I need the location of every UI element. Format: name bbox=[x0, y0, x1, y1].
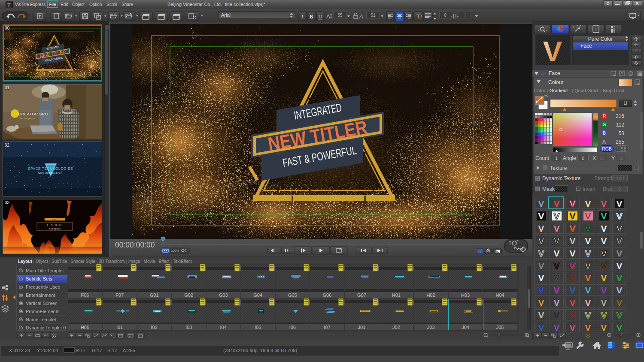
svg-text:burning style: burning style bbox=[49, 228, 61, 230]
svg-text:!: ! bbox=[420, 14, 422, 20]
svg-text:FIRE: FIRE bbox=[52, 219, 58, 221]
svg-text:A: A bbox=[359, 13, 363, 20]
svg-text:I: I bbox=[301, 13, 304, 20]
svg-text:100%: 100% bbox=[171, 249, 179, 253]
svg-text:V: V bbox=[543, 36, 562, 65]
svg-text:COMMUNICATION: COMMUNICATION bbox=[38, 172, 63, 174]
svg-text:U: U bbox=[318, 13, 322, 20]
svg-text:A: A bbox=[326, 13, 330, 20]
svg-text:CREATOR SPOT: CREATOR SPOT bbox=[18, 112, 51, 116]
svg-text:B: B bbox=[310, 13, 313, 20]
svg-text:Your Companion: Your Companion bbox=[19, 118, 35, 120]
svg-text:T: T bbox=[509, 241, 511, 246]
svg-text:T: T bbox=[416, 13, 420, 20]
svg-text:SPACE TECHNOLOG ES: SPACE TECHNOLOG ES bbox=[28, 166, 73, 171]
svg-text:T: T bbox=[595, 27, 598, 32]
svg-text:FIRE TITLE: FIRE TITLE bbox=[47, 223, 63, 226]
